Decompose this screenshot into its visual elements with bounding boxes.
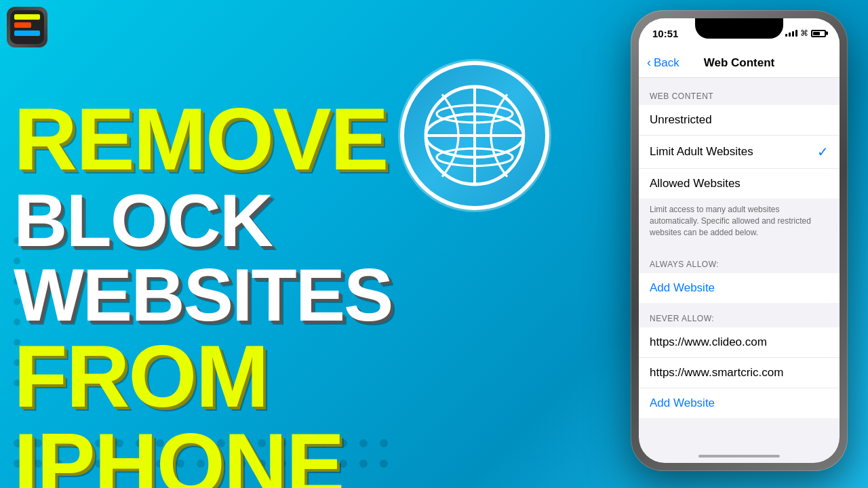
- allowed-websites-label: Allowed Websites: [650, 177, 741, 190]
- never-allow-label: NEVER ALLOW:: [639, 303, 840, 327]
- smartcric-url: https://www.smartcric.com: [650, 366, 783, 380]
- add-website-never-row[interactable]: Add Website: [639, 388, 840, 418]
- add-website-always-row[interactable]: Add Website: [639, 273, 840, 303]
- unrestricted-label: Unrestricted: [650, 113, 712, 127]
- smartcric-row[interactable]: https://www.smartcric.com: [639, 358, 840, 388]
- nav-bar: ‹ Back Web Content: [639, 48, 840, 78]
- status-icons: ⌘: [785, 28, 826, 38]
- logo: [7, 7, 47, 47]
- back-chevron-icon: ‹: [647, 56, 651, 70]
- always-allow-card: Add Website: [639, 273, 840, 303]
- clideo-row[interactable]: https://www.clideo.com: [639, 327, 840, 358]
- back-button[interactable]: ‹ Back: [647, 56, 679, 70]
- description-text: Limit access to many adult websites auto…: [639, 199, 840, 249]
- notch: [695, 18, 783, 39]
- headline-line3: FROM IPHONE: [14, 332, 597, 488]
- add-website-always-label: Add Website: [650, 281, 715, 295]
- iphone-screen: 10:51 ⌘ ‹: [639, 18, 840, 463]
- web-content-header: WEB CONTENT: [639, 92, 840, 105]
- battery-fill: [813, 32, 820, 35]
- add-website-never-label: Add Website: [650, 396, 715, 410]
- wifi-icon: ⌘: [800, 28, 808, 38]
- home-indicator: [698, 455, 780, 458]
- svg-rect-4: [14, 14, 20, 36]
- checkmark-icon: ✓: [817, 144, 829, 160]
- nav-title: Web Content: [704, 56, 775, 70]
- signal-bars: [785, 30, 797, 37]
- back-label[interactable]: Back: [654, 56, 679, 70]
- always-allow-label: ALWAYS ALLOW:: [639, 249, 840, 273]
- headline-line2: BLOCK WEBSITES: [14, 183, 597, 332]
- logo-icon: [7, 7, 47, 47]
- clideo-url: https://www.clideo.com: [650, 336, 767, 349]
- status-bar: 10:51 ⌘: [639, 18, 840, 48]
- status-time: 10:51: [652, 28, 678, 39]
- never-allow-card: https://www.clideo.com https://www.smart…: [639, 327, 840, 418]
- content-area: WEB CONTENT Unrestricted Limit Adult Web…: [639, 78, 840, 418]
- unrestricted-row[interactable]: Unrestricted: [639, 105, 840, 136]
- iphone-outer-frame: 10:51 ⌘ ‹: [631, 10, 848, 471]
- limit-adult-label: Limit Adult Websites: [650, 145, 753, 159]
- battery-icon: [811, 30, 826, 37]
- headline-line1: REMOVE: [14, 95, 597, 183]
- limit-adult-row[interactable]: Limit Adult Websites ✓: [639, 136, 840, 169]
- web-content-card: Unrestricted Limit Adult Websites ✓ Allo…: [639, 105, 840, 199]
- allowed-websites-row[interactable]: Allowed Websites: [639, 169, 840, 199]
- iphone-mockup: 10:51 ⌘ ‹: [631, 10, 848, 471]
- main-text-block: REMOVE BLOCK WEBSITES FROM IPHONE: [14, 95, 597, 488]
